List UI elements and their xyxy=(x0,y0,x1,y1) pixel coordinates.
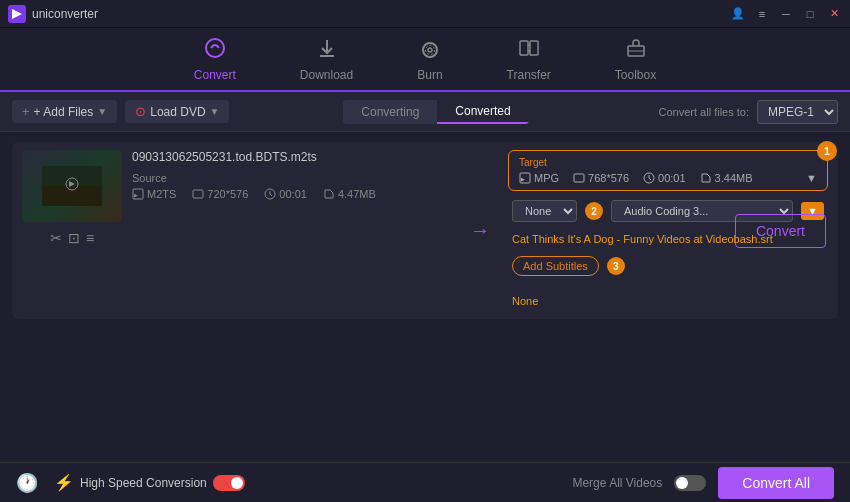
target-duration: 00:01 xyxy=(643,172,686,184)
nav-label-download: Download xyxy=(300,68,353,82)
svg-marker-0 xyxy=(12,9,22,19)
user-icon[interactable]: 👤 xyxy=(730,6,746,22)
maximize-icon[interactable]: □ xyxy=(802,6,818,22)
svg-point-5 xyxy=(425,45,434,54)
bottom-right: Merge All Videos Convert All xyxy=(572,467,834,499)
plus-icon: + xyxy=(22,104,30,119)
target-format: ▶ MPG xyxy=(519,172,559,184)
convert-all-button[interactable]: Convert All xyxy=(718,467,834,499)
target-meta: ▶ MPG 768*576 00:01 3.44MB xyxy=(519,172,817,184)
app-name: uniconverter xyxy=(32,7,98,21)
nav-bar: Convert Download Burn xyxy=(0,28,850,92)
source-format: ▶ M2TS xyxy=(132,188,176,200)
bottom-left: 🕐 ⚡ High Speed Conversion xyxy=(16,472,556,494)
badge-3: 3 xyxy=(607,257,625,275)
dvd-arrow: ▼ xyxy=(210,106,220,117)
title-bar: uniconverter 👤 ≡ ─ □ ✕ xyxy=(0,0,850,28)
svg-rect-7 xyxy=(530,41,538,55)
main-content: ✂ ⊡ ≡ 090313062505231.tod.BDTS.m2ts Sour… xyxy=(0,132,850,462)
tab-converted[interactable]: Converted xyxy=(437,100,528,124)
nav-item-convert[interactable]: Convert xyxy=(182,31,248,88)
source-size: 4.47MB xyxy=(323,188,376,200)
close-icon[interactable]: ✕ xyxy=(826,6,842,22)
add-subtitles-button[interactable]: Add Subtitles xyxy=(512,256,599,276)
subtitle-none-label: None xyxy=(512,295,538,307)
toolbar: + + Add Files ▼ ⊙ Load DVD ▼ Converting … xyxy=(0,92,850,132)
nav-item-toolbox[interactable]: Toolbox xyxy=(603,31,668,88)
transfer-icon xyxy=(518,37,540,64)
adjust-tool[interactable]: ≡ xyxy=(86,230,94,246)
merge-toggle[interactable] xyxy=(674,475,706,491)
add-files-label: + Add Files xyxy=(34,105,94,119)
burn-icon xyxy=(419,37,441,64)
toolbox-icon xyxy=(625,37,647,64)
add-files-arrow: ▼ xyxy=(97,106,107,117)
svg-line-27 xyxy=(649,178,651,180)
target-badge-1: 1 xyxy=(817,141,837,161)
source-label: Source xyxy=(132,172,167,184)
tab-group: Converting Converted xyxy=(343,100,528,124)
target-dropdown-arrow[interactable]: ▼ xyxy=(806,172,817,184)
svg-line-21 xyxy=(270,194,272,196)
thumb-inner xyxy=(22,150,122,222)
svg-rect-18 xyxy=(193,190,203,198)
menu-icon[interactable]: ≡ xyxy=(754,6,770,22)
thumb-tools: ✂ ⊡ ≡ xyxy=(50,230,94,246)
crop-tool[interactable]: ⊡ xyxy=(68,230,80,246)
speed-label: High Speed Conversion xyxy=(80,476,207,490)
file-meta-details: ▶ M2TS 720*576 00:01 4.47MB xyxy=(132,188,452,200)
file-row: ✂ ⊡ ≡ 090313062505231.tod.BDTS.m2ts Sour… xyxy=(12,142,838,319)
cut-tool[interactable]: ✂ xyxy=(50,230,62,246)
speed-icon: ⚡ xyxy=(54,473,74,492)
nav-item-download[interactable]: Download xyxy=(288,31,365,88)
nav-item-transfer[interactable]: Transfer xyxy=(495,31,563,88)
svg-text:▶: ▶ xyxy=(521,176,525,182)
speed-row: ⚡ High Speed Conversion xyxy=(54,473,245,492)
arrow-icon: → xyxy=(470,219,490,242)
nav-item-burn[interactable]: Burn xyxy=(405,31,454,88)
add-subtitle-row: Add Subtitles 3 xyxy=(508,253,828,279)
svg-rect-6 xyxy=(520,41,528,55)
convert-icon xyxy=(204,37,226,64)
file-middle: 090313062505231.tod.BDTS.m2ts Source ▶ M… xyxy=(132,150,452,200)
merge-label: Merge All Videos xyxy=(572,476,662,490)
target-size: 3.44MB xyxy=(700,172,753,184)
nav-label-toolbox: Toolbox xyxy=(615,68,656,82)
convert-button[interactable]: Convert xyxy=(735,214,826,248)
dvd-icon: ⊙ xyxy=(135,104,146,119)
add-files-button[interactable]: + + Add Files ▼ xyxy=(12,100,117,123)
load-dvd-label: Load DVD xyxy=(150,105,205,119)
target-box: Target ▶ MPG 768*576 00:01 xyxy=(508,150,828,191)
convert-all-label: Convert all files to: xyxy=(659,106,749,118)
nav-label-transfer: Transfer xyxy=(507,68,551,82)
svg-rect-13 xyxy=(42,186,102,206)
format-select[interactable]: MPEG-1 xyxy=(757,100,838,124)
file-name: 090313062505231.tod.BDTS.m2ts xyxy=(132,150,452,164)
nav-label-convert: Convert xyxy=(194,68,236,82)
target-label: Target xyxy=(519,157,817,168)
thumbnail xyxy=(22,150,122,222)
app-logo xyxy=(8,5,26,23)
none-select[interactable]: None xyxy=(512,200,577,222)
svg-text:▶: ▶ xyxy=(134,192,138,198)
speed-toggle[interactable] xyxy=(213,475,245,491)
source-duration: 00:01 xyxy=(264,188,307,200)
svg-point-1 xyxy=(206,39,224,57)
tab-converting[interactable]: Converting xyxy=(343,100,437,124)
nav-label-burn: Burn xyxy=(417,68,442,82)
minimize-icon[interactable]: ─ xyxy=(778,6,794,22)
alarm-icon[interactable]: 🕐 xyxy=(16,472,38,494)
target-resolution: 768*576 xyxy=(573,172,629,184)
svg-point-4 xyxy=(428,48,432,52)
badge-2: 2 xyxy=(585,202,603,220)
source-resolution: 720*576 xyxy=(192,188,248,200)
load-dvd-button[interactable]: ⊙ Load DVD ▼ xyxy=(125,100,229,123)
file-meta: Source xyxy=(132,172,452,184)
bottom-bar: 🕐 ⚡ High Speed Conversion Merge All Vide… xyxy=(0,462,850,502)
svg-rect-24 xyxy=(574,174,584,182)
download-icon xyxy=(316,37,338,64)
thumbnail-section: ✂ ⊡ ≡ xyxy=(22,150,122,246)
